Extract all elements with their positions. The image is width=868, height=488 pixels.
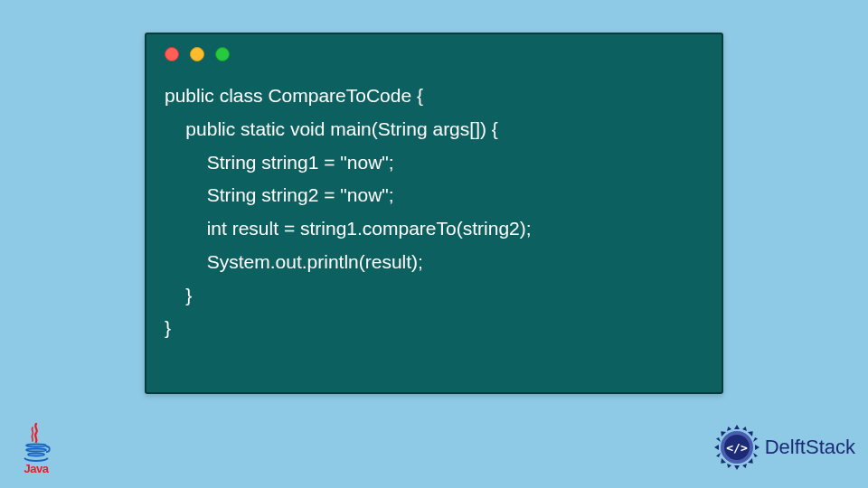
svg-marker-7 (721, 431, 726, 436)
svg-marker-12 (727, 464, 731, 468)
svg-marker-10 (753, 453, 758, 457)
delftstack-gear-icon: </> (712, 423, 761, 472)
svg-marker-5 (721, 458, 726, 464)
delftstack-logo: </> DelftStack (712, 423, 855, 472)
svg-marker-13 (716, 453, 721, 457)
java-logo-label: Java (24, 462, 49, 475)
svg-marker-3 (748, 458, 753, 464)
java-logo: Java (16, 418, 56, 475)
svg-marker-6 (714, 445, 719, 450)
maximize-icon[interactable] (215, 47, 230, 61)
svg-marker-9 (753, 437, 758, 442)
svg-marker-14 (716, 437, 721, 442)
svg-marker-15 (727, 427, 731, 431)
svg-marker-8 (742, 427, 747, 431)
code-window: public class CompareToCode { public stat… (145, 33, 723, 394)
svg-text:</>: </> (726, 441, 748, 455)
window-titlebar (146, 34, 722, 74)
svg-marker-11 (742, 464, 747, 468)
svg-marker-0 (734, 425, 740, 429)
svg-marker-1 (748, 431, 753, 436)
minimize-icon[interactable] (190, 47, 204, 61)
svg-marker-2 (755, 445, 760, 450)
svg-marker-4 (734, 465, 740, 470)
close-icon[interactable] (165, 47, 179, 61)
code-block: public class CompareToCode { public stat… (146, 74, 722, 363)
delftstack-logo-label: DelftStack (765, 436, 855, 459)
java-cup-icon (21, 422, 52, 462)
